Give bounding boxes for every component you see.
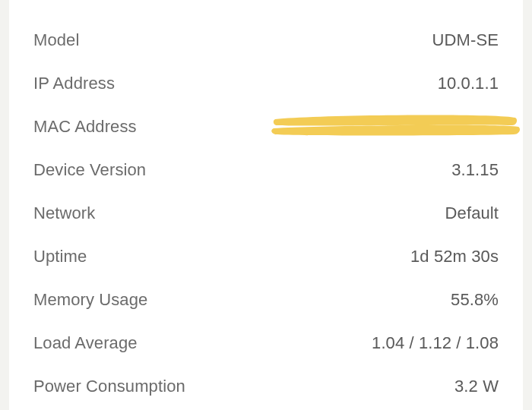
- row-ip-address: IP Address 10.0.1.1: [33, 62, 499, 105]
- label-model: Model: [33, 30, 79, 50]
- row-power-consumption: Power Consumption 3.2 W: [33, 364, 499, 408]
- value-mac-address: [282, 115, 499, 139]
- value-uptime: 1d 52m 30s: [410, 247, 499, 266]
- row-load-average: Load Average 1.04 / 1.12 / 1.08: [33, 321, 499, 364]
- value-network: Default: [445, 203, 499, 223]
- value-power-consumption: 3.2 W: [454, 377, 499, 396]
- value-model: UDM-SE: [432, 30, 499, 50]
- label-mac-address: MAC Address: [33, 117, 137, 137]
- value-load-average: 1.04 / 1.12 / 1.08: [372, 333, 499, 353]
- label-network: Network: [33, 203, 95, 223]
- label-power-consumption: Power Consumption: [33, 377, 185, 396]
- row-device-version: Device Version 3.1.15: [33, 148, 499, 191]
- label-uptime: Uptime: [33, 247, 87, 266]
- label-load-average: Load Average: [33, 333, 138, 353]
- value-device-version: 3.1.15: [451, 160, 499, 180]
- row-uptime: Uptime 1d 52m 30s: [33, 235, 499, 278]
- redaction-highlight-icon: [282, 115, 499, 134]
- label-memory-usage: Memory Usage: [33, 290, 147, 310]
- value-memory-usage: 55.8%: [451, 290, 499, 310]
- row-network: Network Default: [33, 191, 499, 235]
- device-details-panel: Model UDM-SE IP Address 10.0.1.1 MAC Add…: [9, 0, 523, 410]
- row-model: Model UDM-SE: [33, 18, 499, 62]
- label-device-version: Device Version: [33, 160, 146, 180]
- label-ip-address: IP Address: [33, 74, 115, 93]
- value-ip-address: 10.0.1.1: [438, 74, 499, 93]
- row-memory-usage: Memory Usage 55.8%: [33, 278, 499, 321]
- row-mac-address: MAC Address: [33, 105, 499, 148]
